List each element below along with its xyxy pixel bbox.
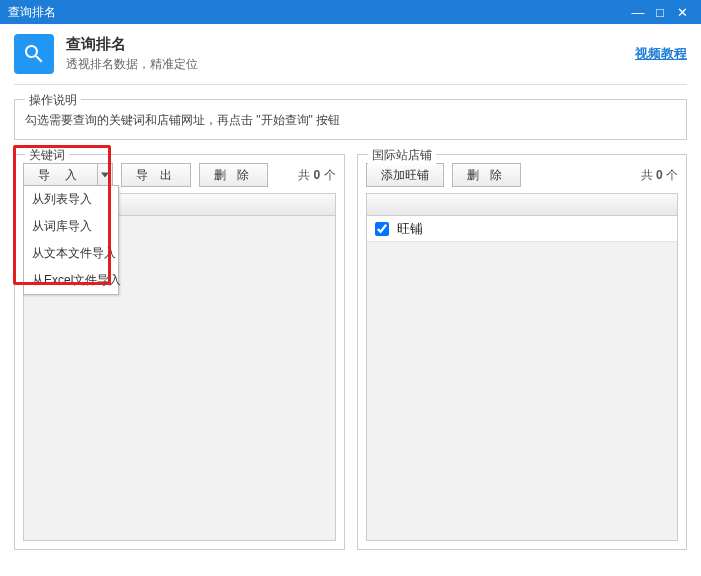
keywords-toolbar: 导 入 导 出 删 除 共 0 个 从列表导入 从词库导入 从文本文件导入 从E… <box>15 155 344 193</box>
video-tutorial-link[interactable]: 视频教程 <box>635 45 687 63</box>
chevron-down-icon <box>101 172 109 178</box>
shops-list-body: 旺铺 <box>367 216 678 540</box>
instructions-legend: 操作说明 <box>25 92 81 109</box>
add-shop-button[interactable]: 添加旺铺 <box>366 163 444 187</box>
list-item[interactable]: 旺铺 <box>367 216 678 242</box>
window-minimize-button[interactable]: — <box>627 5 649 20</box>
search-icon <box>14 34 54 74</box>
keywords-pane: 关键词 导 入 导 出 删 除 共 0 个 从列表导入 从词库导入 从文本文件导… <box>14 154 345 550</box>
shop-label: 旺铺 <box>397 220 423 238</box>
import-from-excel-item[interactable]: 从Excel文件导入 <box>24 267 118 294</box>
import-from-list-item[interactable]: 从列表导入 <box>24 186 118 213</box>
window-titlebar: 查询排名 — □ ✕ <box>0 0 701 24</box>
shop-checkbox[interactable] <box>375 222 389 236</box>
export-button[interactable]: 导 出 <box>121 163 190 187</box>
window-title: 查询排名 <box>8 4 627 21</box>
delete-shop-button[interactable]: 删 除 <box>452 163 521 187</box>
header: 查询排名 透视排名数据，精准定位 视频教程 <box>0 24 701 82</box>
window-close-button[interactable]: ✕ <box>671 5 693 20</box>
shops-legend: 国际站店铺 <box>368 147 436 164</box>
shops-count: 共 0 个 <box>641 167 678 184</box>
instructions-group: 操作说明 勾选需要查询的关键词和店铺网址，再点击 "开始查询" 按钮 <box>14 99 687 140</box>
instructions-text: 勾选需要查询的关键词和店铺网址，再点击 "开始查询" 按钮 <box>25 110 676 129</box>
shops-list[interactable]: 旺铺 <box>366 193 679 541</box>
import-button[interactable]: 导 入 <box>23 163 97 187</box>
divider <box>14 84 687 85</box>
import-dropdown-caret[interactable] <box>97 163 113 187</box>
window-maximize-button[interactable]: □ <box>649 5 671 20</box>
shops-list-header <box>367 194 678 216</box>
shops-pane: 国际站店铺 添加旺铺 删 除 共 0 个 旺铺 <box>357 154 688 550</box>
import-split-button[interactable]: 导 入 <box>23 163 113 187</box>
import-dropdown-menu: 从列表导入 从词库导入 从文本文件导入 从Excel文件导入 <box>23 185 119 295</box>
import-from-textfile-item[interactable]: 从文本文件导入 <box>24 240 118 267</box>
import-from-thesaurus-item[interactable]: 从词库导入 <box>24 213 118 240</box>
keywords-count: 共 0 个 <box>298 167 335 184</box>
delete-keywords-button[interactable]: 删 除 <box>199 163 268 187</box>
page-subtitle: 透视排名数据，精准定位 <box>66 56 198 73</box>
page-title: 查询排名 <box>66 35 198 54</box>
